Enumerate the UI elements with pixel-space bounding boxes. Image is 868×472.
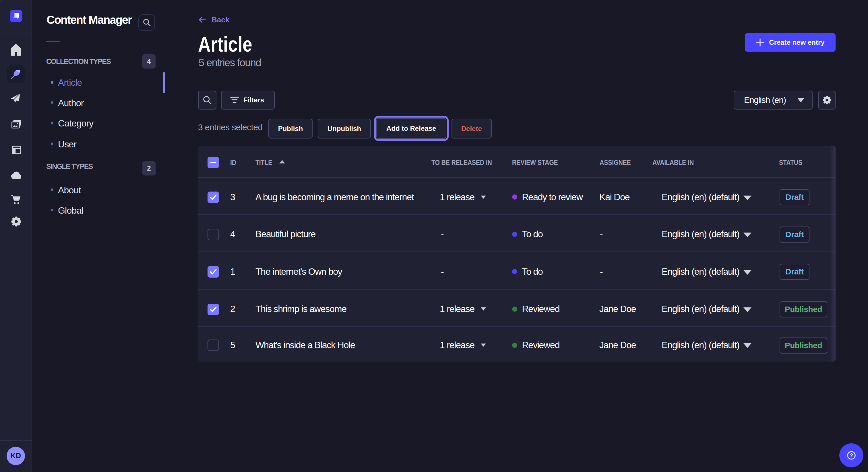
svg-text:?: ? — [849, 452, 853, 459]
